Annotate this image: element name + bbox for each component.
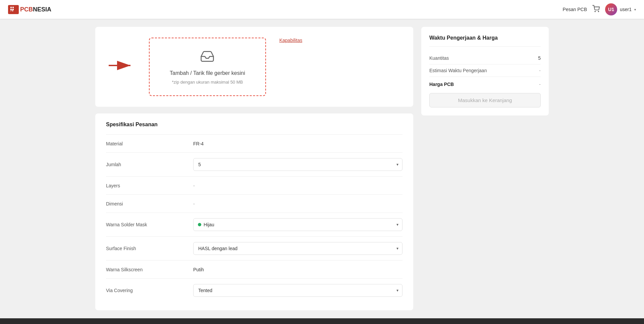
upload-title: Tambah / Tarik file gerber kesini — [170, 70, 245, 76]
sidebar-card: Waktu Pengerjaan & Harga Kuantitas 5 Est… — [421, 27, 549, 115]
spec-row-jumlah: Jumlah 1 2 5 10 20 50 100 ▾ — [106, 153, 402, 177]
spec-label-material: Material — [106, 141, 193, 146]
sidebar-kuantitas-label: Kuantitas — [429, 55, 449, 61]
sidebar-harga-label: Harga PCB — [429, 82, 454, 87]
spec-row-solder-mask: Warna Solder Mask Hijau Merah Biru Hitam… — [106, 213, 402, 237]
add-to-cart-button[interactable]: Masukkan ke Keranjang — [429, 93, 541, 107]
main-header: 76 PCBNESIA Pesan PCB U1 user1 ▾ — [0, 0, 644, 19]
spec-row-layers: Layers - — [106, 177, 402, 195]
surface-finish-select-wrapper: HASL dengan lead HASL tanpa lead ENIG OS… — [193, 242, 402, 255]
spec-label-jumlah: Jumlah — [106, 162, 193, 167]
surface-finish-select[interactable]: HASL dengan lead HASL tanpa lead ENIG OS… — [193, 242, 402, 255]
main-footer: Perlu Bantuan? Hubungi support@pcbnesia.… — [0, 318, 644, 324]
svg-point-1 — [595, 11, 595, 12]
username-label: user1 — [620, 7, 632, 12]
logo[interactable]: 76 PCBNESIA — [8, 5, 51, 14]
arrow-indicator — [109, 59, 136, 75]
kapabilitas-link[interactable]: Kapabilitas — [279, 38, 303, 43]
spec-row-surface-finish: Surface Finish HASL dengan lead HASL tan… — [106, 237, 402, 261]
avatar: U1 — [605, 3, 617, 15]
spec-value-dimensi: - — [193, 201, 402, 206]
main-layout: Tambah / Tarik file gerber kesini *zip d… — [87, 19, 557, 318]
logo-icon: 76 — [8, 5, 19, 14]
spec-label-solder-mask: Warna Solder Mask — [106, 222, 193, 227]
solder-mask-select[interactable]: Hijau Merah Biru Hitam Putih Kuning — [193, 218, 402, 231]
chevron-down-icon: ▾ — [634, 8, 636, 11]
sidebar-row-estimasi: Estimasi Waktu Pengerjaan - — [429, 64, 541, 77]
spec-label-surface-finish: Surface Finish — [106, 246, 193, 251]
spec-label-layers: Layers — [106, 183, 193, 188]
jumlah-select-wrapper: 1 2 5 10 20 50 100 ▾ — [193, 158, 402, 171]
sidebar-kuantitas-value: 5 — [538, 55, 541, 61]
spec-title: Spesifikasi Pesanan — [106, 122, 402, 128]
spec-value-material: FR-4 — [193, 141, 402, 146]
logo-text: PCBNESIA — [20, 6, 51, 13]
spec-row-dimensi: Dimensi - — [106, 195, 402, 213]
sidebar-row-harga: Harga PCB - — [429, 77, 541, 93]
pesan-pcb-link[interactable]: Pesan PCB — [563, 7, 587, 12]
spec-row-via-covering: Via Covering Tented Untented Plugged Epo… — [106, 279, 402, 302]
user-menu[interactable]: U1 user1 ▾ — [605, 3, 636, 15]
upload-icon — [200, 49, 215, 67]
svg-text:76: 76 — [10, 9, 13, 12]
right-sidebar: Waktu Pengerjaan & Harga Kuantitas 5 Est… — [421, 27, 549, 310]
upload-subtitle: *zip dengan ukuran maksimal 50 MB — [172, 80, 243, 85]
via-covering-select[interactable]: Tented Untented Plugged Epoxy Filled — [193, 284, 402, 297]
via-covering-select-wrapper: Tented Untented Plugged Epoxy Filled ▾ — [193, 284, 402, 297]
spec-label-silkscreen: Warna Silkscreen — [106, 267, 193, 272]
spec-value-silkscreen: Putih — [193, 267, 402, 272]
left-content: Tambah / Tarik file gerber kesini *zip d… — [95, 27, 413, 310]
sidebar-divider — [429, 46, 541, 47]
jumlah-select[interactable]: 1 2 5 10 20 50 100 — [193, 158, 402, 171]
upload-container: Tambah / Tarik file gerber kesini *zip d… — [95, 27, 413, 107]
spec-row-material: Material FR-4 — [106, 135, 402, 153]
upload-dropzone[interactable]: Tambah / Tarik file gerber kesini *zip d… — [149, 38, 266, 96]
spec-value-layers: - — [193, 183, 402, 188]
sidebar-estimasi-label: Estimasi Waktu Pengerjaan — [429, 68, 487, 73]
spec-label-dimensi: Dimensi — [106, 201, 193, 206]
header-right: Pesan PCB U1 user1 ▾ — [563, 3, 636, 15]
svg-point-2 — [598, 11, 599, 12]
spec-row-silkscreen: Warna Silkscreen Putih — [106, 261, 402, 279]
solder-mask-select-wrapper: Hijau Merah Biru Hitam Putih Kuning ▾ — [193, 218, 402, 231]
cart-icon[interactable] — [592, 5, 600, 14]
sidebar-title: Waktu Pengerjaan & Harga — [429, 35, 541, 41]
spec-label-via-covering: Via Covering — [106, 288, 193, 293]
sidebar-harga-value: - — [539, 82, 541, 87]
sidebar-estimasi-value: - — [539, 68, 541, 73]
sidebar-row-kuantitas: Kuantitas 5 — [429, 52, 541, 64]
spec-section: Spesifikasi Pesanan Material FR-4 Jumlah… — [95, 113, 413, 310]
